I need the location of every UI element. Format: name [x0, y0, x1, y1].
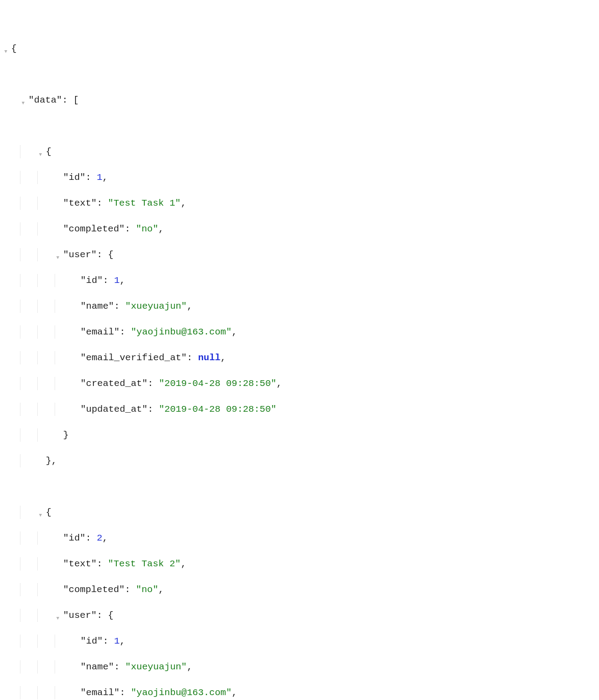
collapse-toggle-icon[interactable]: ▼ — [37, 509, 44, 522]
json-line: ▼ "updated_at": "2019-04-28 09:28:50" — [3, 403, 596, 416]
json-line: ▼ "name": "xueyuajun", — [3, 660, 596, 673]
json-key: "email" — [80, 688, 120, 698]
json-key: "user" — [63, 610, 97, 620]
json-key: "text" — [63, 198, 97, 208]
json-line: ▼ "name": "xueyuajun", — [3, 300, 596, 313]
json-string: "xueyuajun" — [125, 662, 187, 672]
json-line: ▼ "completed": "no", — [3, 583, 596, 596]
json-line: ▼ { — [3, 42, 596, 55]
json-key: "name" — [80, 301, 114, 311]
json-string: "no" — [136, 224, 158, 234]
json-number: 1 — [97, 172, 103, 183]
json-string: "Test Task 2" — [108, 559, 181, 569]
json-string: "yaojinbu@163.com" — [131, 327, 232, 337]
json-key: "text" — [63, 559, 97, 569]
json-key: "name" — [80, 662, 114, 672]
json-line: ▼ "data": [ — [3, 94, 596, 107]
collapse-toggle-icon[interactable]: ▼ — [55, 251, 61, 264]
json-key: "email_verified_at" — [80, 353, 187, 363]
json-key: "data" — [28, 95, 62, 105]
json-line: ▼ "text": "Test Task 2", — [3, 557, 596, 570]
json-key: "created_at" — [80, 378, 148, 389]
json-line: ▼ "email": "yaojinbu@163.com", — [3, 326, 596, 338]
json-key: "id" — [80, 636, 103, 646]
json-string: "2019-04-28 09:28:50" — [159, 378, 276, 389]
json-number: 1 — [114, 275, 120, 286]
json-line: ▼ "completed": "no", — [3, 223, 596, 235]
json-line: ▼ } — [3, 429, 596, 441]
json-string: "2019-04-28 09:28:50" — [159, 404, 276, 414]
json-line: ▼ { — [3, 506, 596, 519]
json-key: "id" — [63, 172, 85, 183]
json-key: "id" — [80, 275, 103, 286]
json-line: ▼ "id": 2, — [3, 532, 596, 545]
json-line: ▼ "id": 1, — [3, 171, 596, 184]
collapse-toggle-icon[interactable]: ▼ — [55, 612, 61, 625]
json-line: ▼ "email": "yaojinbu@163.com", — [3, 686, 596, 699]
json-key: "email" — [80, 327, 120, 337]
brace-close: } — [46, 456, 52, 466]
json-number: 2 — [97, 533, 103, 543]
json-number: 1 — [114, 636, 120, 646]
json-string: "xueyuajun" — [125, 301, 187, 311]
collapse-toggle-icon[interactable]: ▼ — [20, 97, 26, 110]
json-line: ▼ "user": { — [3, 609, 596, 622]
json-line: ▼ "email_verified_at": null, — [3, 351, 596, 364]
json-line: ▼ "user": { — [3, 248, 596, 261]
json-key: "id" — [63, 533, 85, 543]
json-line: ▼ "id": 1, — [3, 635, 596, 648]
brace-open: { — [11, 44, 17, 54]
json-line: ▼ "created_at": "2019-04-28 09:28:50", — [3, 377, 596, 390]
json-string: "yaojinbu@163.com" — [131, 688, 232, 698]
json-key: "user" — [63, 250, 97, 260]
json-string: "no" — [136, 585, 158, 595]
json-null: null — [198, 353, 220, 363]
json-line: ▼ { — [3, 145, 596, 158]
json-line: ▼ }, — [3, 454, 596, 467]
json-line: ▼ "text": "Test Task 1", — [3, 197, 596, 210]
json-line: ▼ "id": 1, — [3, 274, 596, 287]
json-key: "completed" — [63, 224, 125, 234]
json-key: "updated_at" — [80, 404, 148, 414]
json-key: "completed" — [63, 585, 125, 595]
collapse-toggle-icon[interactable]: ▼ — [37, 148, 44, 161]
brace-close: } — [63, 430, 69, 440]
json-string: "Test Task 1" — [108, 198, 181, 208]
json-tree-viewer: ▼ { ▼ "data": [ ▼ { ▼ "id": 1, ▼ "text":… — [0, 0, 599, 700]
collapse-toggle-icon[interactable]: ▼ — [3, 45, 9, 58]
